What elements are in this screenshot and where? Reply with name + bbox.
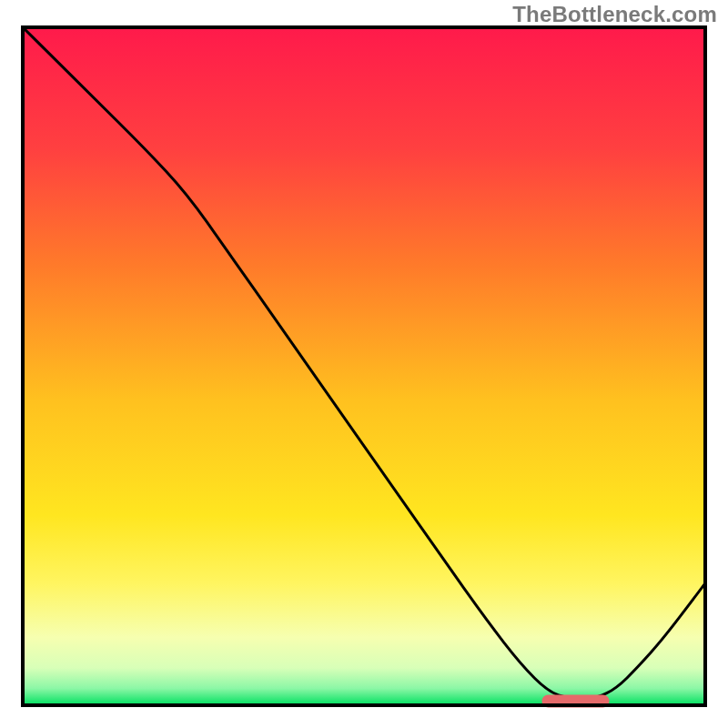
- bottleneck-chart: [0, 0, 728, 728]
- watermark-text: TheBottleneck.com: [512, 2, 717, 27]
- chart-stage: TheBottleneck.com: [0, 0, 728, 728]
